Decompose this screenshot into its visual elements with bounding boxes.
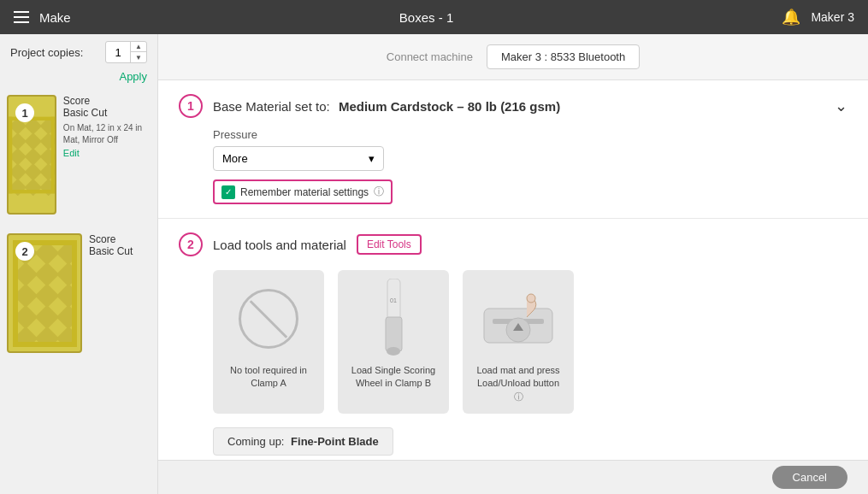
copies-up-arrow[interactable]: ▲ [131,42,146,52]
load-mat-info-icon: ⓘ [514,391,523,402]
pressure-dropdown-icon: ▾ [369,152,375,165]
tool-cards: No tool required in Clamp A 01 [213,270,847,414]
top-bar: Make Boxes - 1 🔔 Maker 3 [0,0,868,34]
step2-section: 2 Load tools and material Edit Tools No … [158,218,868,469]
step1-prefix: Base Material set to: [213,99,330,114]
info-icon: ⓘ [374,185,384,199]
mat-info-1: Score Basic Cut On Mat, 12 in x 24 in Ma… [63,95,151,158]
project-title: Boxes - 1 [399,10,453,25]
expand-icon[interactable]: ⌄ [835,97,847,115]
edit-tools-button[interactable]: Edit Tools [357,234,422,255]
cancel-button[interactable]: Cancel [772,466,847,489]
machine-label: Maker 3 [811,10,854,24]
sidebar-header: Project copies: 1 ▲ ▼ [0,34,157,70]
mat-desc-1: On Mat, 12 in x 24 in Mat, Mirror Off [63,122,151,146]
mat-number-2: 2 [15,242,34,261]
tool-card-label-1: No tool required in Clamp A [223,364,314,391]
step2-title: Load tools and material [213,238,346,252]
menu-icon[interactable] [14,11,29,23]
remember-label: Remember material settings [240,186,369,198]
mat-cut-label-1: Basic Cut [63,107,151,119]
app-title: Make [39,10,71,25]
tool-card-3: Load mat and press Load/Unload button ⓘ [463,270,574,414]
pressure-value: More [222,152,248,165]
remember-checkbox[interactable]: ✓ Remember material settings ⓘ [213,179,393,204]
mat-thumbnail-1: 1 [7,95,56,215]
material-settings: Pressure More ▾ ✓ Remember material sett… [179,128,847,204]
step1-number: 1 [179,94,203,118]
load-mat-image [480,280,557,357]
svg-point-48 [527,294,535,303]
copies-stepper[interactable]: 1 ▲ ▼ [105,41,147,63]
no-tool-image [230,280,307,357]
svg-rect-17 [9,190,55,193]
connect-label: Connect machine [387,50,473,63]
mat-cut-label-2: Basic Cut [89,245,133,257]
scoring-wheel-image: 01 [355,280,432,357]
copies-input[interactable]: 1 [106,44,130,61]
list-item: 1 [7,95,151,220]
coming-up-prefix: Coming up: [227,435,284,448]
no-tool-circle [239,289,298,349]
load-mat-svg [480,283,557,356]
tool-card-label-3: Load mat and press Load/Unload button ⓘ [473,364,564,403]
mat-score-label-2: Score [89,233,133,245]
no-tool-line [250,300,288,338]
copies-down-arrow[interactable]: ▼ [131,52,146,62]
step1-material: Medium Cardstock – 80 lb (216 gsm) [339,99,560,114]
scoring-wheel-svg: 01 [370,279,417,360]
step2-header: 2 Load tools and material Edit Tools [179,232,847,256]
bottom-bar: Cancel [158,460,868,494]
machine-badge[interactable]: Maker 3 : 8533 Bluetooth [487,44,640,69]
step1-section: 1 Base Material set to: Medium Cardstock… [158,80,868,218]
step1-header: 1 Base Material set to: Medium Cardstock… [179,94,847,118]
pressure-select[interactable]: More ▾ [213,146,384,171]
mat-number-1: 1 [15,103,34,122]
svg-rect-37 [13,342,77,347]
tool-card-2: 01 Load Single Scoring Wheel in Clamp B [338,270,449,414]
project-copies-label: Project copies: [10,46,83,59]
apply-button[interactable]: Apply [0,70,157,88]
step2-number: 2 [179,232,203,256]
mat-edit-1[interactable]: Edit [63,148,151,158]
svg-rect-41 [386,317,402,351]
content-area: Connect machine Maker 3 : 8533 Bluetooth… [158,34,868,494]
svg-text:01: 01 [390,297,397,303]
mat-thumbnail-2: 2 [7,233,82,353]
top-bar-left: Make [14,10,71,25]
mat-info-2: Score Basic Cut [89,233,133,257]
mat-item-row-2: 2 [7,233,151,358]
mat-item-row-1: 1 [7,95,151,220]
coming-up-bar: Coming up: Fine-Point Blade [213,427,393,456]
checkbox-checked-icon: ✓ [221,185,235,199]
tool-card-1: No tool required in Clamp A [213,270,324,414]
mat-score-label-1: Score [63,95,151,107]
list-item: 2 [7,233,151,358]
pressure-label: Pressure [213,128,847,141]
notification-icon[interactable]: 🔔 [782,8,800,26]
sidebar: Project copies: 1 ▲ ▼ Apply 1 [0,34,158,494]
tool-card-label-2: Load Single Scoring Wheel in Clamp B [348,364,439,391]
svg-point-43 [387,347,400,356]
step1-title: Base Material set to: Medium Cardstock –… [213,99,560,114]
coming-up-value: Fine-Point Blade [291,435,379,448]
svg-rect-39 [72,240,77,347]
copies-arrows: ▲ ▼ [130,42,146,62]
sidebar-items: 1 [0,88,157,494]
top-bar-right: 🔔 Maker 3 [782,8,854,26]
connect-bar: Connect machine Maker 3 : 8533 Bluetooth [158,34,868,80]
svg-rect-19 [51,116,55,193]
svg-rect-18 [9,116,12,193]
main-layout: Project copies: 1 ▲ ▼ Apply 1 [0,34,868,494]
